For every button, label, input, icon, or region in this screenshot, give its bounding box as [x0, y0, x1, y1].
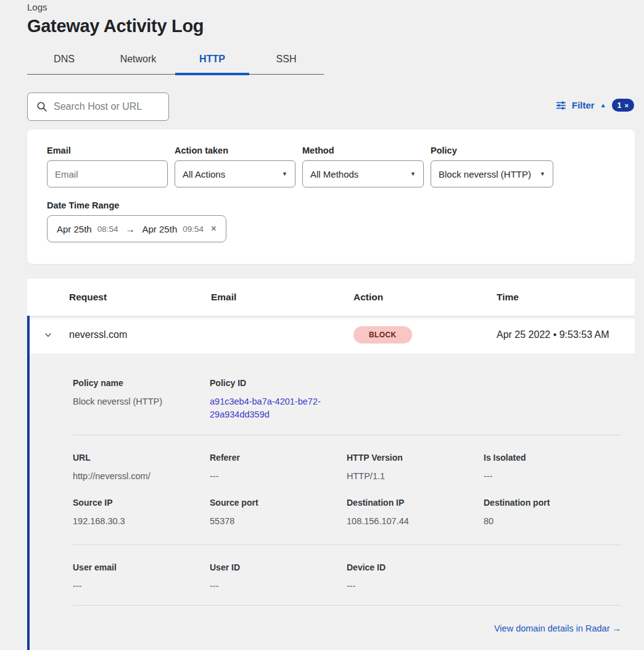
action-taken-value: All Actions	[183, 169, 225, 179]
date-range-picker[interactable]: Apr 25th 08:54 → Apr 25th 09:54 ×	[47, 215, 226, 242]
tab-bar: DNS Network HTTP SSH	[27, 47, 324, 75]
clear-filters-icon[interactable]: ×	[625, 102, 629, 109]
action-taken-select[interactable]: All Actions ▼	[175, 160, 295, 187]
filter-field-date-range: Date Time Range Apr 25th 08:54 → Apr 25t…	[47, 200, 615, 242]
divider	[73, 435, 621, 435]
row-action: BLOCK	[353, 326, 497, 344]
radar-details-link[interactable]: View domain details in Radar →	[494, 623, 621, 633]
email-filter-label: Email	[47, 146, 168, 155]
column-header-action: Action	[353, 292, 497, 303]
tab-ssh[interactable]: SSH	[249, 47, 323, 74]
detail-http-version: HTTP Version HTTP/1.1	[347, 453, 484, 483]
method-label: Method	[302, 146, 424, 155]
action-taken-label: Action taken	[175, 146, 295, 155]
start-date[interactable]: Apr 25th	[57, 224, 92, 234]
detail-destination-ip: Destination IP 108.156.107.44	[347, 498, 484, 528]
detail-referer: Referer ---	[210, 453, 347, 483]
detail-user-email: User email ---	[73, 562, 210, 593]
start-time[interactable]: 08:54	[97, 224, 118, 234]
filter-label: Filter	[572, 100, 595, 110]
filter-count-badge[interactable]: 1 ×	[612, 99, 634, 112]
row-expand-chevron-icon[interactable]	[43, 329, 54, 340]
row-time: Apr 25 2022 • 9:53:53 AM	[497, 329, 635, 340]
chevron-down-icon: ▼	[410, 171, 416, 177]
column-header-time: Time	[497, 292, 635, 303]
column-header-email: Email	[211, 292, 353, 303]
collapse-caret-icon[interactable]: ▲	[600, 102, 606, 109]
detail-policy-name: Policy name Block neverssl (HTTP)	[73, 378, 210, 421]
tab-network[interactable]: Network	[101, 47, 175, 74]
search-icon	[36, 101, 47, 112]
row-request: neverssl.com	[69, 329, 211, 340]
block-status-badge: BLOCK	[353, 326, 412, 344]
divider	[73, 605, 621, 606]
detail-destination-port: Destination port 80	[484, 498, 621, 528]
detail-user-id: User ID ---	[210, 562, 347, 593]
policy-id-link[interactable]: a91c3eb4-ba7a-4201-be72-29a934dd359d	[210, 395, 328, 421]
filter-sliders-icon	[556, 101, 566, 110]
chevron-down-icon: ▼	[540, 171, 545, 177]
clear-date-range-icon[interactable]: ×	[211, 223, 217, 234]
arrow-right-icon: →	[124, 224, 137, 234]
filter-field-policy: Policy Block neverssl (HTTP) ▼	[431, 146, 553, 187]
breadcrumb[interactable]: Logs	[27, 2, 47, 12]
search-box[interactable]	[27, 93, 169, 121]
tab-http[interactable]: HTTP	[175, 47, 249, 74]
filter-count: 1	[617, 101, 622, 110]
policy-value: Block neverssl (HTTP)	[439, 169, 531, 179]
policy-select[interactable]: Block neverssl (HTTP) ▼	[431, 160, 553, 187]
policy-label: Policy	[431, 146, 553, 155]
chevron-down-icon: ▼	[282, 171, 287, 177]
end-time[interactable]: 09:54	[183, 224, 204, 234]
log-table: Request Email Action Time neverssl.com B…	[27, 279, 635, 650]
detail-device-id: Device ID ---	[347, 562, 484, 593]
selected-row-accent-bar	[27, 316, 30, 650]
method-select[interactable]: All Methods ▼	[302, 160, 424, 187]
filter-toggle[interactable]: Filter ▲ 1 ×	[556, 99, 634, 112]
divider	[73, 545, 621, 545]
tab-dns[interactable]: DNS	[27, 47, 101, 74]
row-details-panel: Policy name Block neverssl (HTTP) Policy…	[27, 353, 635, 650]
filter-panel: Email Action taken All Actions ▼ Method …	[27, 130, 635, 264]
search-input[interactable]	[54, 101, 181, 112]
table-header: Request Email Action Time	[27, 279, 635, 316]
table-row[interactable]: neverssl.com BLOCK Apr 25 2022 • 9:53:53…	[27, 316, 635, 353]
email-filter-input[interactable]	[47, 160, 168, 187]
detail-is-isolated: Is Isolated ---	[484, 453, 621, 483]
detail-source-ip: Source IP 192.168.30.3	[73, 498, 210, 528]
column-header-request: Request	[69, 292, 211, 303]
filter-field-action-taken: Action taken All Actions ▼	[175, 146, 295, 187]
detail-url: URL http://neverssl.com/	[73, 453, 210, 483]
date-range-label: Date Time Range	[47, 200, 615, 210]
filter-field-method: Method All Methods ▼	[302, 146, 424, 187]
detail-policy-id: Policy ID a91c3eb4-ba7a-4201-be72-29a934…	[210, 378, 347, 421]
page-title: Gateway Activity Log	[27, 16, 204, 36]
method-value: All Methods	[310, 169, 358, 179]
detail-source-port: Source port 55378	[210, 498, 347, 528]
end-date[interactable]: Apr 25th	[142, 224, 178, 234]
filter-field-email: Email	[47, 146, 168, 187]
